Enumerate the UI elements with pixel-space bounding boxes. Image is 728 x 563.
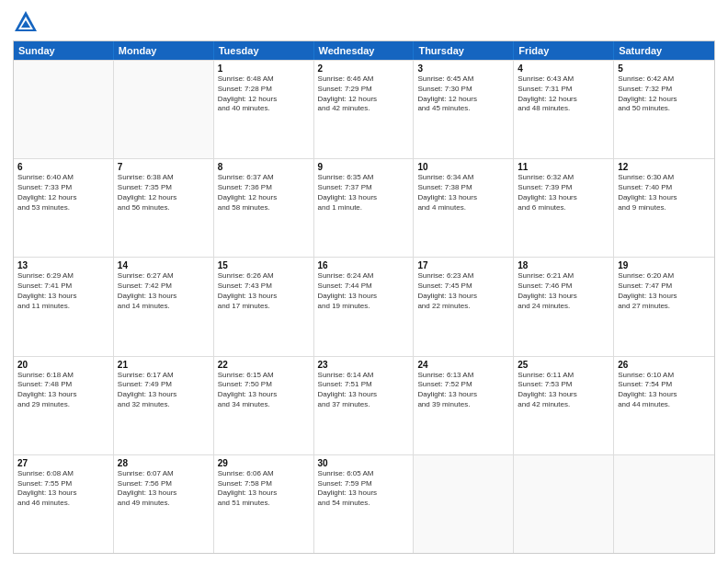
cell-line: and 19 minutes. [318,302,410,312]
cell-line: Sunrise: 6:13 AM [417,371,509,381]
calendar-cell: 25Sunrise: 6:11 AMSunset: 7:53 PMDayligh… [514,357,614,454]
cell-line: Sunset: 7:40 PM [618,183,711,193]
cell-line: Sunrise: 6:07 AM [118,469,210,479]
day-number: 4 [518,63,609,74]
cell-line: Sunrise: 6:30 AM [618,173,711,183]
day-header-friday: Friday [514,41,614,60]
calendar-cell: 10Sunrise: 6:34 AMSunset: 7:38 PMDayligh… [414,159,514,257]
calendar-cell [414,455,514,553]
cell-line: Sunrise: 6:43 AM [518,75,609,85]
day-number: 8 [218,162,310,172]
cell-line: Sunset: 7:51 PM [318,380,410,390]
calendar-cell: 20Sunrise: 6:18 AMSunset: 7:48 PMDayligh… [14,357,114,454]
cell-line: Sunrise: 6:06 AM [218,469,310,479]
calendar-cell [514,455,614,553]
calendar-cell: 21Sunrise: 6:17 AMSunset: 7:49 PMDayligh… [114,357,214,454]
calendar-cell: 24Sunrise: 6:13 AMSunset: 7:52 PMDayligh… [414,357,514,454]
calendar-cell: 27Sunrise: 6:08 AMSunset: 7:55 PMDayligh… [14,455,114,553]
cell-line: and 6 minutes. [518,203,609,213]
cell-line: Sunset: 7:55 PM [17,479,109,489]
calendar-cell: 30Sunrise: 6:05 AMSunset: 7:59 PMDayligh… [314,455,415,553]
day-number: 6 [17,162,109,172]
cell-line: Sunrise: 6:40 AM [17,173,109,183]
calendar-cell: 1Sunrise: 6:48 AMSunset: 7:28 PMDaylight… [214,61,314,158]
cell-line: Daylight: 13 hours [417,193,509,203]
cell-line: Daylight: 13 hours [118,390,210,400]
cell-line: and 4 minutes. [417,203,509,213]
cell-line: and 11 minutes. [17,302,109,312]
calendar-body: 1Sunrise: 6:48 AMSunset: 7:28 PMDaylight… [14,60,714,553]
cell-line: and 40 minutes. [218,104,310,114]
calendar-cell: 2Sunrise: 6:46 AMSunset: 7:29 PMDaylight… [314,61,415,158]
cell-line: Sunrise: 6:23 AM [417,271,509,282]
cell-line: and 29 minutes. [17,400,109,410]
calendar-cell: 12Sunrise: 6:30 AMSunset: 7:40 PMDayligh… [614,159,714,257]
cell-line: Sunset: 7:41 PM [17,282,109,292]
cell-line: Sunrise: 6:11 AM [518,371,609,381]
cell-line: and 37 minutes. [318,400,410,410]
cell-line: and 58 minutes. [218,203,310,213]
calendar-cell: 3Sunrise: 6:45 AMSunset: 7:30 PMDaylight… [414,61,514,158]
calendar-cell [14,61,114,158]
day-header-saturday: Saturday [614,41,714,60]
cell-line: Daylight: 13 hours [218,292,310,302]
day-number: 29 [218,458,310,468]
calendar-week-5: 27Sunrise: 6:08 AMSunset: 7:55 PMDayligh… [14,454,714,553]
logo-icon [13,9,39,35]
day-header-sunday: Sunday [14,41,114,60]
cell-line: Sunrise: 6:17 AM [118,371,210,381]
cell-line: Sunset: 7:44 PM [318,282,410,292]
cell-line: Daylight: 13 hours [318,488,410,499]
cell-line: and 51 minutes. [218,499,310,509]
cell-line: Daylight: 12 hours [417,95,509,105]
calendar-week-1: 1Sunrise: 6:48 AMSunset: 7:28 PMDaylight… [14,60,714,158]
day-number: 5 [618,63,711,74]
calendar-cell: 6Sunrise: 6:40 AMSunset: 7:33 PMDaylight… [14,159,114,257]
day-header-tuesday: Tuesday [214,41,314,60]
cell-line: Daylight: 12 hours [318,95,410,105]
day-header-monday: Monday [114,41,214,60]
cell-line: Sunrise: 6:34 AM [417,173,509,183]
cell-line: and 42 minutes. [518,400,609,410]
cell-line: Sunset: 7:46 PM [518,282,609,292]
cell-line: Sunrise: 6:10 AM [618,371,711,381]
cell-line: and 1 minute. [318,203,410,213]
cell-line: Sunset: 7:31 PM [518,85,609,95]
calendar-cell: 14Sunrise: 6:27 AMSunset: 7:42 PMDayligh… [114,258,214,355]
cell-line: Sunrise: 6:08 AM [17,469,109,479]
cell-line: Daylight: 13 hours [318,292,410,302]
day-number: 22 [218,360,310,370]
cell-line: Daylight: 12 hours [118,193,210,203]
cell-line: Daylight: 13 hours [618,390,711,400]
cell-line: and 39 minutes. [417,400,509,410]
cell-line: Daylight: 13 hours [417,292,509,302]
cell-line: and 56 minutes. [118,203,210,213]
cell-line: Daylight: 13 hours [17,390,109,400]
cell-line: and 54 minutes. [318,499,410,509]
cell-line: Daylight: 13 hours [518,193,609,203]
day-number: 20 [17,360,109,370]
cell-line: and 48 minutes. [518,104,609,114]
day-number: 26 [618,360,711,370]
cell-line: Sunset: 7:39 PM [518,183,609,193]
cell-line: Sunset: 7:37 PM [318,183,410,193]
cell-line: Daylight: 13 hours [518,292,609,302]
calendar-cell: 29Sunrise: 6:06 AMSunset: 7:58 PMDayligh… [214,455,314,553]
cell-line: and 34 minutes. [218,400,310,410]
day-number: 23 [318,360,410,370]
cell-line: and 44 minutes. [618,400,711,410]
cell-line: and 53 minutes. [17,203,109,213]
cell-line: Sunrise: 6:37 AM [218,173,310,183]
cell-line: Sunrise: 6:29 AM [17,271,109,282]
cell-line: Daylight: 12 hours [618,95,711,105]
cell-line: and 22 minutes. [417,302,509,312]
calendar-cell: 17Sunrise: 6:23 AMSunset: 7:45 PMDayligh… [414,258,514,355]
cell-line: Sunrise: 6:48 AM [218,75,310,85]
cell-line: Sunset: 7:32 PM [618,85,711,95]
cell-line: Sunset: 7:45 PM [417,282,509,292]
calendar-cell: 7Sunrise: 6:38 AMSunset: 7:35 PMDaylight… [114,159,214,257]
calendar-cell: 18Sunrise: 6:21 AMSunset: 7:46 PMDayligh… [514,258,614,355]
cell-line: Daylight: 13 hours [218,390,310,400]
day-number: 14 [118,260,210,270]
cell-line: Daylight: 13 hours [118,292,210,302]
